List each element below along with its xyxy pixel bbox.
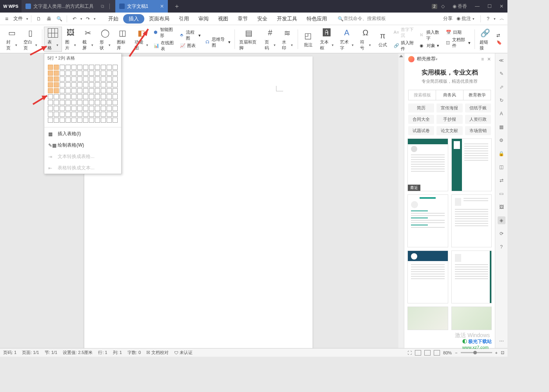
file-menu[interactable]: 文件 xyxy=(11,14,25,23)
textbox-button[interactable]: 🅰 文本框▾ xyxy=(317,27,337,52)
template-thumb[interactable] xyxy=(407,194,448,247)
grid-cell[interactable] xyxy=(60,100,65,105)
formula-button[interactable]: π 公式 xyxy=(374,27,391,52)
notification-badge[interactable]: 2 xyxy=(432,4,437,9)
minimize-button[interactable]: — xyxy=(471,4,484,9)
cat-handcopy[interactable]: 手抄报 xyxy=(436,115,462,124)
cat-letter[interactable]: 信纸手账 xyxy=(465,103,491,113)
grid-cell[interactable] xyxy=(101,82,106,87)
smartart-button[interactable]: ⬢智能图形 xyxy=(154,27,175,38)
strip-select-icon[interactable]: ⬀ xyxy=(498,83,505,91)
tab-devtools[interactable]: 开发工具 xyxy=(272,13,302,24)
grid-cell[interactable] xyxy=(89,71,94,76)
grid-cell[interactable] xyxy=(89,118,94,123)
grid-cell[interactable] xyxy=(101,94,106,99)
strip-collapse-icon[interactable]: ≪ xyxy=(498,56,505,64)
headerfooter-button[interactable]: ▤ 页眉和页脚 xyxy=(236,27,261,52)
strip-template-icon[interactable]: ◈ xyxy=(498,216,505,224)
grid-cell[interactable] xyxy=(107,112,112,117)
grid-cell[interactable] xyxy=(54,65,59,70)
grid-cell[interactable] xyxy=(77,106,82,111)
grid-cell[interactable] xyxy=(83,76,88,82)
mindmap-button[interactable]: ☊思维导图▾ xyxy=(205,36,230,48)
user-avatar[interactable]: ◉ 香香 xyxy=(449,3,471,10)
scroll-up-icon[interactable] xyxy=(399,55,403,57)
template-thumb[interactable] xyxy=(451,307,492,330)
grid-cell[interactable] xyxy=(71,65,76,70)
comment-button[interactable]: ◉ 批注 ▾ xyxy=(456,15,475,22)
grid-cell[interactable] xyxy=(95,112,100,117)
tab-close-icon[interactable]: ✕ xyxy=(160,4,164,9)
grid-cell[interactable] xyxy=(71,94,76,99)
flowchart-button[interactable]: ⬘流程图▾ xyxy=(180,29,201,41)
grid-cell[interactable] xyxy=(71,106,76,111)
grid-cell[interactable] xyxy=(54,88,59,93)
cat-exam[interactable]: 试题试卷 xyxy=(408,126,434,135)
grid-cell[interactable] xyxy=(101,118,106,123)
grid-cell[interactable] xyxy=(48,118,53,123)
search-command[interactable]: 🔍 查找命令、搜索模板 xyxy=(338,15,386,22)
draw-table-item[interactable]: ✎▦ 绘制表格(W) xyxy=(44,140,121,151)
grid-cell[interactable] xyxy=(48,76,53,82)
grid-cell[interactable] xyxy=(60,94,65,99)
pagenum-button[interactable]: # 页码▾ xyxy=(262,27,279,52)
document-tab-2-active[interactable]: 文字文稿1 ✕ xyxy=(115,0,168,13)
grid-cell[interactable] xyxy=(48,88,53,93)
strip-archive-icon[interactable]: ▭ xyxy=(498,190,505,198)
grid-cell[interactable] xyxy=(48,106,53,111)
grid-cell[interactable] xyxy=(48,71,53,76)
strip-settings-icon[interactable]: ⚙ xyxy=(498,136,505,144)
grid-cell[interactable] xyxy=(48,82,53,87)
grid-cell[interactable] xyxy=(101,88,106,93)
help-icon[interactable]: ? xyxy=(487,16,489,22)
cat-thesis[interactable]: 论文文献 xyxy=(436,126,462,135)
grid-cell[interactable] xyxy=(83,106,88,111)
grid-cell[interactable] xyxy=(113,100,118,105)
grid-cell[interactable] xyxy=(48,112,53,117)
strip-transfer-icon[interactable]: ⇄ xyxy=(498,176,505,184)
grid-cell[interactable] xyxy=(54,76,59,82)
grid-cell[interactable] xyxy=(95,76,100,82)
grid-cell[interactable] xyxy=(71,88,76,93)
grid-cell[interactable] xyxy=(89,65,94,70)
object-button[interactable]: ◉对象▾ xyxy=(420,43,441,49)
grid-cell[interactable] xyxy=(113,112,118,117)
document-tab-1[interactable]: 文字是人类用...的方式和工具 ⧉ │ xyxy=(22,0,115,13)
grid-cell[interactable] xyxy=(54,118,59,123)
template-thumb[interactable] xyxy=(407,307,448,330)
bookmark-button[interactable]: 🔖 xyxy=(496,40,502,45)
status-pageno[interactable]: 页码: 1 xyxy=(3,350,16,356)
wordart-button[interactable]: A 艺术字▾ xyxy=(337,27,357,52)
grid-cell[interactable] xyxy=(65,94,71,99)
tab-pagelayout[interactable]: 页面布局 xyxy=(144,13,174,24)
status-words[interactable]: 字数: 0 xyxy=(127,350,141,356)
grid-cell[interactable] xyxy=(95,82,100,87)
insertnum-button[interactable]: ⁙插入数字 xyxy=(420,29,441,41)
grid-cell[interactable] xyxy=(60,112,65,117)
grid-cell[interactable] xyxy=(54,82,59,87)
strip-font-icon[interactable]: A xyxy=(498,110,505,118)
grid-cell[interactable] xyxy=(101,76,106,82)
grid-cell[interactable] xyxy=(83,118,88,123)
close-window-button[interactable]: ✕ xyxy=(496,4,507,9)
template-thumb[interactable] xyxy=(451,138,492,191)
grid-cell[interactable] xyxy=(107,118,112,123)
grid-cell[interactable] xyxy=(77,94,82,99)
panel-close-icon[interactable]: ✕ xyxy=(487,56,491,62)
grid-cell[interactable] xyxy=(95,118,100,123)
grid-cell[interactable] xyxy=(107,94,112,99)
grid-cell[interactable] xyxy=(65,76,71,82)
tab-business[interactable]: 商务风 xyxy=(436,90,464,100)
cat-marketing[interactable]: 市场营销 xyxy=(465,126,491,135)
grid-cell[interactable] xyxy=(54,71,59,76)
status-proof[interactable]: ☒ 文档校对 xyxy=(146,350,169,356)
grid-cell[interactable] xyxy=(83,94,88,99)
tab-view[interactable]: 视图 xyxy=(213,13,233,24)
grid-cell[interactable] xyxy=(107,65,112,70)
grid-cell[interactable] xyxy=(65,118,71,123)
status-auth[interactable]: 🛡 未认证 xyxy=(174,350,193,356)
search-template-input[interactable]: 搜索模板 xyxy=(409,90,436,100)
grid-cell[interactable] xyxy=(83,71,88,76)
zoom-value[interactable]: 80% xyxy=(443,350,452,355)
grid-cell[interactable] xyxy=(54,100,59,105)
